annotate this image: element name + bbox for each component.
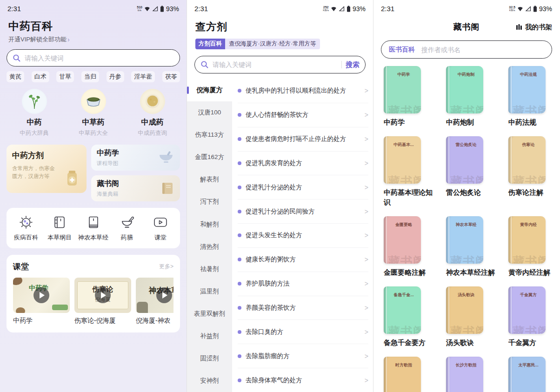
bullet-dot bbox=[238, 379, 241, 382]
list-item[interactable]: 促进乳房发育的处方> bbox=[238, 152, 368, 176]
shortcut-jibingbaike[interactable]: 疾病百科 bbox=[9, 215, 43, 242]
sidebar-item-guse[interactable]: 固涩剂 bbox=[187, 347, 232, 370]
book-item[interactable]: 备急千金...藏书阁备急千金要方 bbox=[384, 286, 436, 347]
sidebar-item-buyi[interactable]: 补益剂 bbox=[187, 325, 232, 347]
book-item[interactable]: 中药法规藏书阁中药法规 bbox=[508, 66, 560, 127]
book-item[interactable]: 中药学藏书阁中药学 bbox=[384, 66, 436, 127]
video-thumbnail[interactable]: 神农本草 bbox=[136, 278, 173, 313]
tag-item[interactable]: 白术 bbox=[32, 71, 49, 82]
video-item[interactable]: 中药学 中药学 bbox=[13, 278, 70, 325]
sidebar-item-anshen[interactable]: 安神剂 bbox=[187, 370, 232, 392]
sidebar-item-biaolishuangjie[interactable]: 表里双解剂 bbox=[187, 303, 232, 325]
card-cangshuge[interactable]: 藏书阁海量典籍 bbox=[91, 175, 180, 201]
card-zhongyaoxue[interactable]: 中药学课程导图 bbox=[91, 145, 180, 171]
sidebar-item-wenli[interactable]: 温里剂 bbox=[187, 280, 232, 303]
book-item[interactable]: 中药炮制藏书阁中药炮制 bbox=[446, 66, 498, 127]
classroom-section: 课堂 更多> 中药学 中药学 伤寒论 倪海厦 bbox=[7, 255, 180, 332]
category-desc: 查倪海厦方·汉唐方·经方·常用方等 bbox=[225, 39, 320, 49]
home-search-bar[interactable] bbox=[7, 49, 180, 66]
book-cover[interactable]: 时方歌括藏书阁 bbox=[384, 357, 421, 392]
book-cover[interactable]: 中药炮制藏书阁 bbox=[446, 66, 483, 113]
list-item[interactable]: 促进乳汁分泌的民间验方> bbox=[238, 199, 368, 224]
book-item[interactable]: 时方歌括藏书阁 bbox=[384, 357, 436, 392]
shortcut-ketang[interactable]: 课堂 bbox=[144, 215, 177, 242]
battery-icon bbox=[160, 6, 164, 12]
book-item[interactable]: 神农本草经藏书阁神农本草经注解 bbox=[446, 216, 498, 277]
category-zhongyao[interactable]: 中药 中药大辞典 bbox=[9, 89, 60, 137]
book-cover[interactable]: 长沙方歌括藏书阁 bbox=[446, 357, 483, 392]
tag-item[interactable]: 当归 bbox=[81, 71, 99, 82]
book-item[interactable]: 金匮要略藏书阁金匮要略注解 bbox=[384, 216, 436, 277]
book-cover[interactable]: 太平惠民...藏书阁 bbox=[508, 357, 546, 392]
shortcut-bencaogangmu[interactable]: 本草纲目 bbox=[43, 215, 76, 242]
classroom-more-link[interactable]: 更多> bbox=[159, 263, 173, 271]
book-item[interactable]: 千金翼方藏书阁千金翼方 bbox=[508, 286, 560, 347]
sidebar-item-shanghan[interactable]: 伤寒113方 bbox=[187, 124, 232, 146]
book-cover[interactable]: 金匮要略藏书阁 bbox=[384, 216, 421, 264]
list-item[interactable]: 养颜美容的茶饮方> bbox=[238, 296, 368, 320]
tag-item[interactable]: 甘草 bbox=[56, 71, 74, 82]
sidebar-item-hantang[interactable]: 汉唐100 bbox=[187, 101, 232, 124]
book-cover[interactable]: 中药法规藏书阁 bbox=[508, 66, 546, 113]
book-item[interactable]: 雷公炮炙论藏书阁雷公炮炙论 bbox=[446, 136, 498, 207]
sidebar-item-qushu[interactable]: 祛暑剂 bbox=[187, 258, 232, 280]
list-item[interactable]: 健康长寿的粥饮方> bbox=[238, 248, 368, 272]
search-input[interactable] bbox=[25, 54, 174, 62]
tag-item[interactable]: 茯苓 bbox=[162, 71, 180, 82]
book-cover[interactable]: 备急千金...藏书阁 bbox=[384, 286, 421, 334]
tag-item[interactable]: 黄芪 bbox=[7, 71, 24, 82]
book-cover[interactable]: 神农本草经藏书阁 bbox=[446, 216, 483, 264]
book-item[interactable]: 中药基本...藏书阁中药基本理论知识 bbox=[384, 136, 436, 207]
book-cover[interactable]: 中药基本...藏书阁 bbox=[384, 136, 421, 184]
book-cover[interactable]: 中药学藏书阁 bbox=[384, 66, 421, 113]
book-cover[interactable]: 黄帝内经藏书阁 bbox=[508, 216, 546, 264]
shortcut-yaoshan[interactable]: 药膳 bbox=[110, 215, 144, 242]
bullet-dot bbox=[238, 161, 241, 165]
library-search-bar[interactable]: 医书百科 bbox=[381, 40, 552, 59]
card-fangji[interactable]: 中药方剂 含常用方，伤寒金匮方，汉唐方等 bbox=[7, 145, 87, 193]
list-item[interactable]: 使人心情舒畅的茶饮方> bbox=[238, 103, 368, 127]
search-input[interactable] bbox=[213, 61, 338, 68]
video-thumbnail[interactable]: 中药学 bbox=[13, 278, 70, 313]
list-item[interactable]: 促进乳汁分泌的处方> bbox=[238, 175, 368, 199]
category-zhongcaoyao[interactable]: 中草药 中草药大全 bbox=[68, 89, 119, 137]
list-item[interactable]: 促进头发生长的处方> bbox=[238, 224, 368, 248]
vip-banner[interactable]: 开通VIP解锁全部功能› bbox=[0, 33, 187, 44]
sidebar-item-hejie[interactable]: 和解剂 bbox=[187, 213, 232, 235]
sidebar-item-nihaixia[interactable]: 倪海厦方 bbox=[187, 79, 232, 101]
book-item[interactable]: 太平惠民...藏书阁 bbox=[508, 357, 560, 392]
rx-search-bar[interactable]: 搜索 bbox=[194, 56, 366, 73]
shortcut-shennongbencaojing[interactable]: 神农本草经 bbox=[76, 215, 110, 242]
book-item[interactable]: 汤头歌诀藏书阁汤头歌诀 bbox=[446, 286, 498, 347]
book-item[interactable]: 长沙方歌括藏书阁 bbox=[446, 357, 498, 392]
mortar-pestle-icon bbox=[120, 215, 134, 229]
list-item[interactable]: 去除口臭的方> bbox=[238, 320, 368, 344]
book-item[interactable]: 伤寒论藏书阁伤寒论注解 bbox=[508, 136, 560, 207]
sidebar-item-jingui[interactable]: 金匮162方 bbox=[187, 146, 232, 168]
watermark: 藏书阁 bbox=[450, 324, 483, 334]
list-item[interactable]: 使乳房中的乳汁得以顺利流出的处方> bbox=[238, 79, 368, 103]
sidebar-item-qingre[interactable]: 清热剂 bbox=[187, 236, 232, 258]
search-input[interactable] bbox=[421, 46, 544, 53]
tag-item[interactable]: 淫羊藿 bbox=[131, 71, 155, 82]
video-item[interactable]: 神农本草 倪海厦-神农 bbox=[136, 278, 173, 325]
category-zhongchengyao[interactable]: 中成药 中成药查询 bbox=[127, 89, 178, 137]
book-cover[interactable]: 千金翼方藏书阁 bbox=[508, 286, 546, 334]
book-cover[interactable]: 雷公炮炙论藏书阁 bbox=[446, 136, 483, 184]
sidebar-item-jiebiao[interactable]: 解表剂 bbox=[187, 168, 232, 191]
video-item[interactable]: 伤寒论 倪海厦 伤寒论-倪海厦 bbox=[74, 278, 131, 325]
video-thumbnail[interactable]: 伤寒论 倪海厦 bbox=[74, 278, 131, 313]
sidebar-item-xiexia[interactable]: 泻下剂 bbox=[187, 191, 232, 213]
list-item[interactable]: 去除身体寒气的处方> bbox=[238, 368, 368, 392]
chevron-right-icon: > bbox=[365, 208, 368, 215]
list-item[interactable]: 去除脂肪瘤的方> bbox=[238, 344, 368, 368]
search-category-selector[interactable]: 医书百科 bbox=[389, 46, 415, 54]
list-item[interactable]: 养护肌肤的方法> bbox=[238, 272, 368, 296]
my-bookshelf-button[interactable]: 我的书架 bbox=[515, 23, 552, 32]
list-item[interactable]: 促使患者病危时打嗝不止停止的处方> bbox=[238, 127, 368, 152]
book-item[interactable]: 黄帝内经藏书阁黄帝内经注解 bbox=[508, 216, 560, 277]
tag-item[interactable]: 丹参 bbox=[107, 71, 124, 82]
search-button[interactable]: 搜索 bbox=[346, 60, 360, 69]
book-cover[interactable]: 汤头歌诀藏书阁 bbox=[446, 286, 483, 334]
book-cover[interactable]: 伤寒论藏书阁 bbox=[508, 136, 546, 184]
